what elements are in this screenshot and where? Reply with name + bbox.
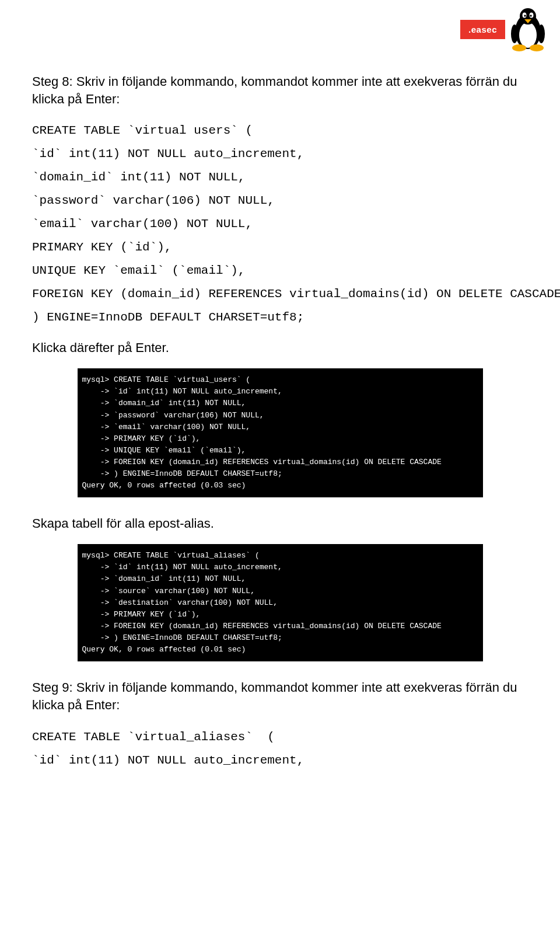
svg-point-7	[512, 44, 526, 51]
terminal-output-2: mysql> CREATE TABLE `virtual_aliases` ( …	[78, 544, 483, 661]
section2-title: Skapa tabell för alla epost-alias.	[32, 515, 528, 532]
svg-point-10	[538, 25, 545, 43]
svg-point-8	[530, 44, 544, 51]
step8-title: Steg 8: Skriv in följande kommando, komm…	[32, 73, 528, 107]
easec-badge: .easec	[460, 20, 505, 39]
penguin-icon	[508, 6, 548, 53]
svg-point-6	[530, 15, 531, 16]
header-logo: .easec	[460, 6, 548, 53]
step8-after: Klicka därefter på Enter.	[32, 339, 528, 357]
svg-point-1	[519, 22, 537, 48]
step8-code: CREATE TABLE `virtual users` ( `id` int(…	[32, 119, 528, 329]
step9-title: Steg 9: Skriv in följande kommando, komm…	[32, 679, 528, 713]
terminal-output-1: mysql> CREATE TABLE `virtual_users` ( ->…	[78, 368, 483, 497]
svg-point-5	[524, 15, 526, 16]
step9-code: CREATE TABLE `virtual_aliases` ( `id` in…	[32, 726, 528, 772]
svg-point-9	[511, 25, 518, 43]
